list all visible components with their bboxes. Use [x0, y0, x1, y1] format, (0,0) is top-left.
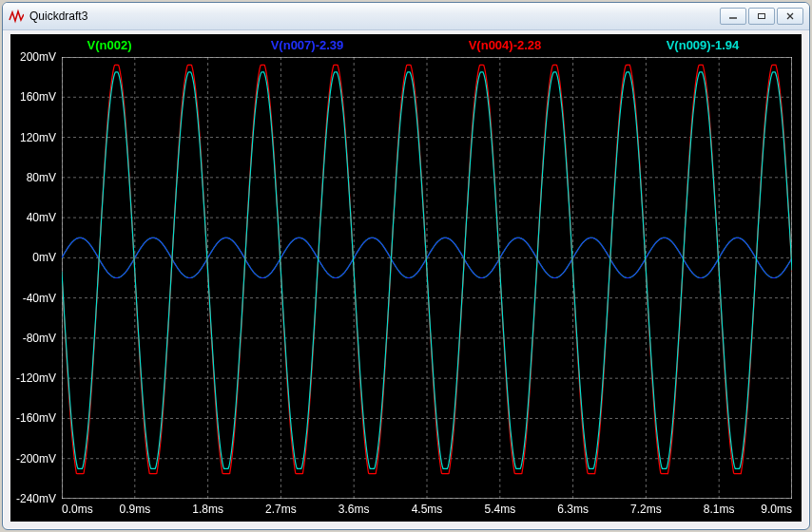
legend[interactable]: V(n002)V(n007)-2.39V(n004)-2.28V(n009)-1… [10, 38, 802, 55]
titlebar[interactable]: Quickdraft3 [3, 3, 809, 30]
y-tick-label: 80mV [27, 171, 56, 184]
legend-entry[interactable]: V(n009)-1.94 [604, 38, 802, 55]
x-tick-label: 8.1ms [704, 503, 735, 516]
minimize-button[interactable] [720, 8, 746, 25]
y-tick-label: -40mV [23, 292, 56, 305]
y-tick-label: 0mV [32, 251, 56, 264]
x-tick-label: 4.5ms [412, 503, 443, 516]
x-tick-label: 7.2ms [630, 503, 662, 516]
x-tick-label: 0.9ms [119, 503, 150, 516]
svg-rect-1 [759, 14, 765, 19]
legend-entry[interactable]: V(n007)-2.39 [208, 38, 406, 55]
x-tick-label: 6.3ms [557, 503, 589, 516]
app-window: Quickdraft3 V(n002)V(n007)-2.39V(n004)-2… [2, 2, 810, 530]
y-tick-label: -80mV [23, 332, 56, 345]
window-buttons [720, 8, 803, 25]
app-icon [9, 9, 24, 24]
x-tick-label: 3.6ms [338, 503, 370, 516]
x-axis[interactable]: 0.0ms0.9ms1.8ms2.7ms3.6ms4.5ms5.4ms6.3ms… [62, 503, 792, 518]
maximize-button[interactable] [748, 8, 775, 25]
y-tick-label: -200mV [16, 452, 56, 466]
y-tick-label: 40mV [27, 211, 56, 224]
x-tick-label: 9.0ms [761, 503, 792, 516]
y-tick-label: -160mV [16, 411, 56, 425]
y-tick-label: -120mV [16, 371, 56, 385]
x-tick-label: 0.0ms [62, 503, 93, 516]
close-button[interactable] [777, 8, 803, 25]
x-tick-label: 5.4ms [484, 503, 515, 516]
window-title: Quickdraft3 [29, 10, 720, 23]
y-tick-label: 160mV [20, 90, 56, 104]
x-tick-label: 1.8ms [192, 503, 223, 516]
plot-canvas[interactable] [62, 57, 792, 499]
legend-entry[interactable]: V(n004)-2.28 [406, 38, 604, 55]
y-tick-label: -240mV [16, 492, 56, 505]
y-axis[interactable]: -240mV-200mV-160mV-120mV-80mV-40mV0mV40m… [10, 57, 60, 499]
y-tick-label: 200mV [20, 50, 56, 64]
y-tick-label: 120mV [20, 131, 56, 144]
plot-area[interactable]: V(n002)V(n007)-2.39V(n004)-2.28V(n009)-1… [10, 34, 802, 522]
x-tick-label: 2.7ms [265, 503, 297, 516]
